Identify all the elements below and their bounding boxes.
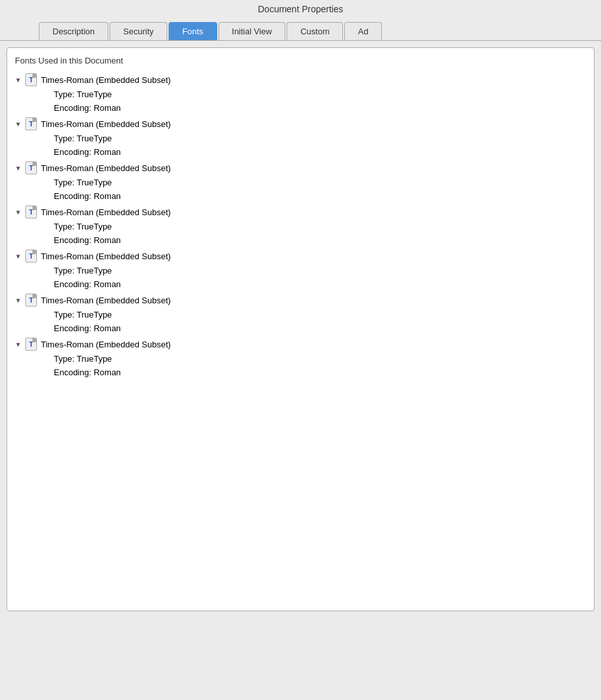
font-details: Type: TrueTypeEncoding: Roman — [15, 88, 586, 115]
fonts-panel: Fonts Used in this Document ▼TTimes-Roma… — [6, 47, 595, 611]
tab-ad[interactable]: Ad — [344, 22, 382, 40]
tab-fonts[interactable]: Fonts — [169, 22, 217, 40]
font-encoding: Encoding: Roman — [54, 233, 586, 247]
chevron-down-icon: ▼ — [15, 165, 23, 172]
font-entry: ▼TTimes-Roman (Embedded Subset)Type: Tru… — [15, 248, 586, 291]
font-encoding: Encoding: Roman — [54, 145, 586, 159]
font-name: Times-Roman (Embedded Subset) — [41, 75, 171, 85]
font-entry: ▼TTimes-Roman (Embedded Subset)Type: Tru… — [15, 72, 586, 115]
font-type-icon: T — [25, 161, 38, 174]
font-header[interactable]: ▼TTimes-Roman (Embedded Subset) — [15, 160, 586, 176]
font-type: Type: TrueType — [54, 264, 586, 277]
font-type: Type: TrueType — [54, 88, 586, 101]
chevron-down-icon: ▼ — [15, 297, 23, 304]
font-name: Times-Roman (Embedded Subset) — [41, 207, 171, 217]
font-name: Times-Roman (Embedded Subset) — [41, 340, 171, 349]
font-encoding: Encoding: Roman — [54, 277, 586, 291]
font-type: Type: TrueType — [54, 176, 586, 189]
font-type-icon: T — [25, 117, 38, 130]
tab-custom[interactable]: Custom — [287, 22, 343, 40]
font-type-icon: T — [25, 250, 38, 262]
content-area: Fonts Used in this Document ▼TTimes-Roma… — [0, 41, 601, 700]
tab-bar: DescriptionSecurityFontsInitial ViewCust… — [0, 18, 601, 41]
font-name: Times-Roman (Embedded Subset) — [41, 163, 171, 173]
tab-description[interactable]: Description — [39, 22, 108, 40]
font-type-icon: T — [25, 205, 38, 218]
font-name: Times-Roman (Embedded Subset) — [41, 296, 171, 305]
window: Document Properties DescriptionSecurityF… — [0, 0, 601, 700]
font-details: Type: TrueTypeEncoding: Roman — [15, 132, 586, 159]
font-entry: ▼TTimes-Roman (Embedded Subset)Type: Tru… — [15, 116, 586, 159]
font-header[interactable]: ▼TTimes-Roman (Embedded Subset) — [15, 292, 586, 308]
font-entry: ▼TTimes-Roman (Embedded Subset)Type: Tru… — [15, 336, 586, 379]
font-entry: ▼TTimes-Roman (Embedded Subset)Type: Tru… — [15, 160, 586, 203]
font-details: Type: TrueTypeEncoding: Roman — [15, 352, 586, 379]
font-encoding: Encoding: Roman — [54, 189, 586, 203]
font-type-icon: T — [25, 73, 38, 86]
font-details: Type: TrueTypeEncoding: Roman — [15, 308, 586, 335]
font-type: Type: TrueType — [54, 132, 586, 145]
font-type: Type: TrueType — [54, 352, 586, 366]
font-details: Type: TrueTypeEncoding: Roman — [15, 220, 586, 247]
tab-initial-view[interactable]: Initial View — [218, 22, 286, 40]
font-entry: ▼TTimes-Roman (Embedded Subset)Type: Tru… — [15, 292, 586, 335]
font-encoding: Encoding: Roman — [54, 321, 586, 335]
chevron-down-icon: ▼ — [15, 209, 23, 216]
font-header[interactable]: ▼TTimes-Roman (Embedded Subset) — [15, 248, 586, 264]
font-type: Type: TrueType — [54, 220, 586, 233]
font-type-icon: T — [25, 294, 38, 307]
chevron-down-icon: ▼ — [15, 121, 23, 128]
font-header[interactable]: ▼TTimes-Roman (Embedded Subset) — [15, 116, 586, 132]
font-details: Type: TrueTypeEncoding: Roman — [15, 264, 586, 291]
font-name: Times-Roman (Embedded Subset) — [41, 251, 171, 261]
window-title: Document Properties — [0, 0, 601, 18]
chevron-down-icon: ▼ — [15, 253, 23, 260]
font-entry: ▼TTimes-Roman (Embedded Subset)Type: Tru… — [15, 204, 586, 247]
font-encoding: Encoding: Roman — [54, 366, 586, 379]
font-details: Type: TrueTypeEncoding: Roman — [15, 176, 586, 203]
panel-title: Fonts Used in this Document — [15, 56, 586, 65]
tab-security[interactable]: Security — [110, 22, 167, 40]
font-encoding: Encoding: Roman — [54, 101, 586, 115]
font-name: Times-Roman (Embedded Subset) — [41, 119, 171, 129]
chevron-down-icon: ▼ — [15, 341, 23, 348]
font-type-icon: T — [25, 338, 38, 351]
font-header[interactable]: ▼TTimes-Roman (Embedded Subset) — [15, 72, 586, 88]
font-header[interactable]: ▼TTimes-Roman (Embedded Subset) — [15, 204, 586, 220]
chevron-down-icon: ▼ — [15, 76, 23, 84]
font-header[interactable]: ▼TTimes-Roman (Embedded Subset) — [15, 336, 586, 352]
font-type: Type: TrueType — [54, 308, 586, 321]
font-list: ▼TTimes-Roman (Embedded Subset)Type: Tru… — [15, 72, 586, 379]
